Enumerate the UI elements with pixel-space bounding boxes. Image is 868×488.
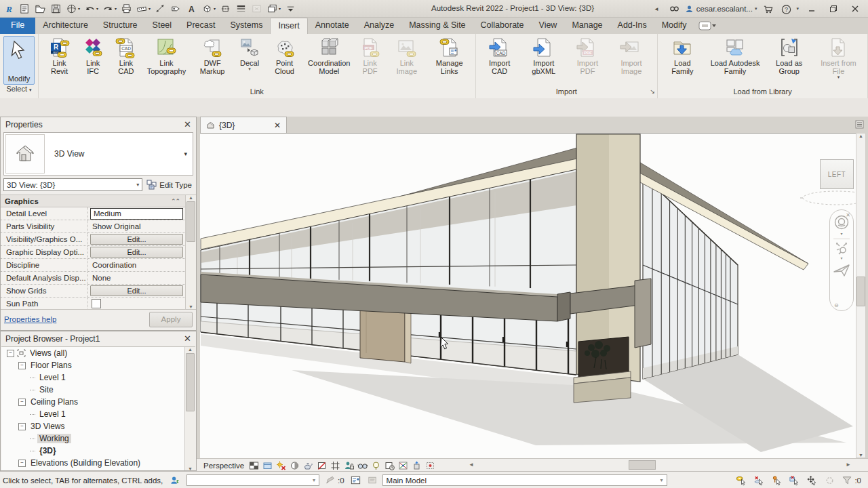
- tab-insert[interactable]: Insert: [270, 18, 307, 34]
- tab-modify[interactable]: Modify: [654, 18, 694, 34]
- select-underlay-elements-button[interactable]: [753, 474, 765, 486]
- apply-button[interactable]: Apply: [149, 312, 193, 327]
- point-cloud-button[interactable]: Point Cloud: [264, 36, 304, 76]
- property-value[interactable]: Edit...: [87, 285, 185, 297]
- select-elements-by-face-button[interactable]: [789, 474, 800, 486]
- link-cad-button[interactable]: CADLink CAD: [109, 36, 142, 76]
- view-instance-combo[interactable]: 3D View: {3D}▾: [3, 178, 142, 191]
- reveal-hidden-elements-button[interactable]: [370, 460, 382, 471]
- property-value[interactable]: [87, 298, 185, 309]
- restore-button[interactable]: [825, 2, 842, 16]
- type-selector-chevron-icon[interactable]: ▾: [184, 150, 187, 157]
- property-value[interactable]: None: [87, 272, 185, 284]
- tree-item-views-all-[interactable]: −Views (all): [1, 347, 195, 359]
- tree-item-working[interactable]: Working: [1, 432, 195, 445]
- tree-expander[interactable]: −: [18, 399, 26, 406]
- type-selector[interactable]: 3D View ▾: [3, 132, 193, 176]
- view-tab-3d[interactable]: {3D} ✕: [200, 117, 287, 133]
- select-links-button[interactable]: [736, 474, 747, 486]
- show-crop-region-button[interactable]: [330, 460, 341, 471]
- tree-item--3d-[interactable]: {3D}: [1, 445, 195, 457]
- print-button[interactable]: [119, 1, 134, 16]
- project-browser-scrollbar[interactable]: ▲▼: [184, 347, 195, 471]
- property-input[interactable]: Medium: [90, 208, 183, 220]
- tab-file[interactable]: File: [0, 18, 35, 34]
- tree-item-elevations-building-elevation-[interactable]: −Elevations (Building Elevation): [1, 457, 195, 469]
- unlocked-view-button[interactable]: [343, 460, 355, 471]
- help-icon[interactable]: ?: [781, 3, 792, 15]
- app-store-cart-icon[interactable]: [762, 3, 774, 15]
- sun-path-off-button[interactable]: [275, 460, 287, 471]
- model-canvas[interactable]: LEFT ✕ ▾ ▾ ⊖: [200, 133, 856, 459]
- reveal-constraints-button[interactable]: [425, 460, 436, 471]
- minimize-button[interactable]: [803, 2, 821, 16]
- visual-style-button[interactable]: [248, 460, 260, 471]
- tree-expander[interactable]: −: [18, 362, 26, 369]
- shadows-off-button[interactable]: [289, 460, 300, 471]
- search-icon[interactable]: [669, 3, 680, 15]
- default-3d-view-button[interactable]: ▾: [199, 1, 218, 16]
- tab-steel[interactable]: Steel: [145, 18, 180, 34]
- tab-analyze[interactable]: Analyze: [357, 18, 401, 34]
- tree-item-floor-plans[interactable]: −Floor Plans: [1, 359, 195, 371]
- open-file-button[interactable]: [33, 1, 48, 16]
- tab-architecture[interactable]: Architecture: [35, 18, 96, 34]
- property-value[interactable]: Show Original: [87, 220, 185, 232]
- tab-precast[interactable]: Precast: [179, 18, 222, 34]
- import-gbxml-button[interactable]: Import gbXML: [521, 36, 566, 76]
- zoom-dropdown-icon[interactable]: ▾: [840, 256, 842, 260]
- panel-launcher-icon[interactable]: ↘: [650, 88, 656, 95]
- project-browser-close-icon[interactable]: ✕: [184, 334, 191, 343]
- load-family-button[interactable]: Load Family: [661, 36, 703, 76]
- close-hidden-button[interactable]: [249, 1, 264, 16]
- modify-button[interactable]: Modify: [3, 36, 35, 85]
- properties-palette-button[interactable]: [17, 1, 33, 16]
- drag-elements-on-selection-button[interactable]: [806, 474, 818, 486]
- thin-lines-button[interactable]: [233, 1, 249, 16]
- link-revit-button[interactable]: RRVTLink Revit: [42, 36, 77, 76]
- tag-button[interactable]: [168, 1, 184, 16]
- editable-only-icon[interactable]: [325, 474, 336, 486]
- tree-item-3d-views[interactable]: −3D Views: [1, 420, 195, 432]
- tree-item-level-1[interactable]: Level 1: [1, 408, 195, 420]
- link-topography-button[interactable]: Link Topography: [144, 36, 189, 76]
- property-value[interactable]: Edit...: [87, 246, 185, 258]
- analytical-model-button[interactable]: [397, 460, 409, 471]
- properties-help-link[interactable]: Properties help: [4, 315, 56, 323]
- active-design-option-combo[interactable]: Main Model▾: [382, 474, 667, 486]
- import-cad-button[interactable]: CADImport CAD: [479, 36, 520, 76]
- select-pinned-elements-button[interactable]: [771, 474, 783, 486]
- property-value[interactable]: Coordination: [87, 259, 185, 271]
- zoom-icon[interactable]: [835, 241, 848, 255]
- customize-qat-button[interactable]: [283, 1, 298, 16]
- tree-item-site[interactable]: Site: [1, 384, 195, 396]
- close-button[interactable]: [846, 2, 864, 16]
- temporary-hide-isolate-button[interactable]: [357, 460, 368, 471]
- filter-button[interactable]: :0: [842, 474, 861, 486]
- tab-systems[interactable]: Systems: [222, 18, 270, 34]
- redo-button[interactable]: ▾: [100, 1, 119, 16]
- viewcube[interactable]: LEFT: [800, 159, 856, 207]
- navbar-minimize-icon[interactable]: ⊖: [834, 302, 839, 308]
- aligned-dimension-button[interactable]: [153, 1, 168, 16]
- save-button[interactable]: [48, 1, 64, 16]
- edit-button[interactable]: Edit...: [90, 247, 183, 258]
- pane-collapse-icon[interactable]: ◄: [654, 6, 659, 12]
- graphics-section-header[interactable]: Graphics: [5, 197, 39, 205]
- tree-expander[interactable]: −: [18, 423, 26, 430]
- edit-button[interactable]: Edit...: [90, 234, 183, 245]
- link-ifc-button[interactable]: Link IFC: [78, 36, 108, 76]
- property-value[interactable]: Edit...: [87, 233, 185, 245]
- navbar-close-icon[interactable]: ✕: [846, 212, 850, 218]
- temporary-view-properties-button[interactable]: [384, 460, 395, 471]
- active-workset-icon[interactable]: [367, 474, 378, 486]
- dwf-markup-button[interactable]: DWF Markup: [190, 36, 235, 76]
- property-checkbox[interactable]: [92, 299, 101, 308]
- load-as-group-button[interactable]: Load as Group: [767, 36, 812, 76]
- selection-filter-combo[interactable]: ▾: [186, 474, 319, 486]
- tree-item-level-1[interactable]: Level 1: [1, 371, 195, 384]
- text-button[interactable]: A: [184, 1, 199, 16]
- view-tab-close-icon[interactable]: ✕: [274, 121, 281, 130]
- graphic-display-options-button[interactable]: [262, 460, 273, 471]
- manage-links-button[interactable]: Manage Links: [427, 36, 472, 76]
